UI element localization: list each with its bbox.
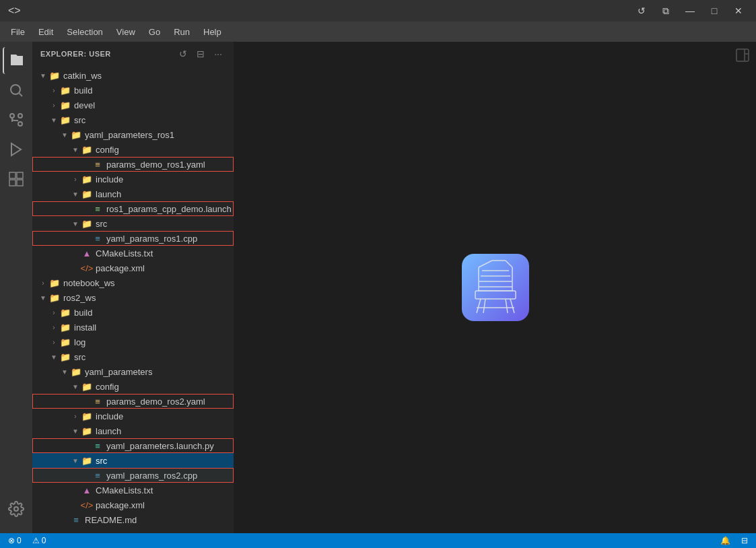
sidebar-title: EXPLORER: USER — [40, 50, 111, 58]
maximize-button[interactable]: □ — [705, 3, 724, 18]
tree-item-yamlros1[interactable]: ▼ 📁 yaml_parameters_ros1 — [32, 127, 234, 142]
label-log: log — [74, 337, 234, 347]
menu-selection[interactable]: Selection — [61, 24, 108, 40]
tree-item-build-ros2[interactable]: › 📁 build — [32, 305, 234, 320]
source-control-icon[interactable] — [3, 106, 30, 133]
tree-item-src1[interactable]: ▼ 📁 src — [32, 112, 234, 127]
tree-item-notebookws[interactable]: › 📁 notebook_ws — [32, 275, 234, 290]
tree-item-src-ros2[interactable]: ▼ 📁 src — [32, 349, 234, 364]
arrow-src-ros1: ▼ — [70, 218, 81, 229]
label-config1: config — [96, 145, 234, 155]
layout-button[interactable]: ⊟ — [738, 536, 751, 545]
menu-run[interactable]: Run — [168, 24, 195, 40]
tree-item-build1[interactable]: › 📁 build — [32, 83, 234, 98]
folder-icon-log: 📁 — [59, 336, 71, 348]
tree-item-log[interactable]: › 📁 log — [32, 335, 234, 349]
menu-go[interactable]: Go — [143, 24, 166, 40]
search-icon[interactable] — [3, 77, 30, 104]
svg-rect-9 — [17, 172, 23, 178]
tree-item-src-ros2-pkg[interactable]: ▼ 📁 src — [32, 453, 234, 468]
label-src-ros2: src — [74, 352, 234, 362]
tree-item-config1[interactable]: ▼ 📁 config — [32, 142, 234, 157]
arrow-build-ros2: › — [48, 307, 59, 318]
folder-icon-build1: 📁 — [59, 84, 71, 96]
tree-item-pkg-xml1[interactable]: › </> package.xml — [32, 261, 234, 275]
arrow-include2: › — [70, 411, 81, 421]
extensions-icon[interactable] — [3, 166, 30, 193]
status-right: 🔔 ⊟ — [718, 536, 751, 545]
svg-point-4 — [18, 122, 22, 126]
tree-item-catkinws[interactable]: ▼ 📁 catkin_ws — [32, 68, 234, 83]
menu-view[interactable]: View — [111, 24, 141, 40]
tree-item-cpp-ros2[interactable]: › ≡ yaml_params_ros2.cpp — [32, 468, 234, 483]
menu-bar: File Edit Selection View Go Run Help — [0, 22, 756, 42]
restore-button[interactable]: ⧉ — [656, 3, 675, 18]
arrow-launch1: ▼ — [70, 189, 81, 199]
sidebar-actions: ↺ ⊟ ··· — [176, 46, 226, 61]
editor-area — [234, 42, 756, 533]
warning-count[interactable]: ⚠ 0 — [30, 536, 49, 545]
arrow-src-ros2-pkg: ▼ — [70, 455, 81, 466]
tree-item-config2[interactable]: ▼ 📁 config — [32, 379, 234, 394]
folder-icon-include2: 📁 — [81, 410, 93, 422]
tree-item-cpp-ros1[interactable]: › ≡ yaml_params_ros1.cpp — [32, 231, 234, 246]
tree-item-cmake2[interactable]: › ▲ CMakeLists.txt — [32, 483, 234, 498]
tree-item-pkg-xml2[interactable]: › </> package.xml — [32, 498, 234, 512]
tree-item-params-ros1-yaml[interactable]: › ≡ params_demo_ros1.yaml — [32, 157, 234, 172]
label-yamlros1: yaml_parameters_ros1 — [85, 130, 234, 140]
more-actions-button[interactable]: ··· — [211, 46, 226, 61]
tree-item-launch-py[interactable]: › ≡ yaml_parameters.launch.py — [32, 438, 234, 453]
svg-rect-0 — [12, 57, 22, 58]
label-cmake1: CMakeLists.txt — [96, 248, 234, 259]
tree-item-ros2ws[interactable]: ▼ 📁 ros2_ws — [32, 290, 234, 305]
folder-icon-src1: 📁 — [59, 114, 71, 126]
folder-icon-yamlros1: 📁 — [70, 129, 82, 141]
label-catkinws: catkin_ws — [63, 71, 234, 81]
arrow-install: › — [48, 322, 59, 333]
tree-item-devel[interactable]: › 📁 devel — [32, 98, 234, 112]
menu-file[interactable]: File — [5, 24, 30, 40]
label-src-ros2-pkg: src — [96, 456, 234, 466]
menu-edit[interactable]: Edit — [33, 24, 59, 40]
svg-point-5 — [18, 114, 22, 118]
tree-item-cmake1[interactable]: › ▲ CMakeLists.txt — [32, 246, 234, 261]
vscode-icon: <> — [8, 5, 21, 17]
error-count[interactable]: ⊗ 0 — [5, 536, 24, 545]
tree-item-params-ros2-yaml[interactable]: › ≡ params_demo_ros2.yaml — [32, 394, 234, 409]
file-icon-launch-py: ≡ — [92, 440, 104, 452]
tree-item-src-ros1[interactable]: ▼ 📁 src — [32, 216, 234, 231]
folder-icon-src-ros1: 📁 — [81, 217, 93, 230]
menu-help[interactable]: Help — [198, 24, 227, 40]
tree-item-launch-file1[interactable]: › ≡ ros1_params_cpp_demo.launch — [32, 201, 234, 216]
notifications-button[interactable]: 🔔 — [718, 536, 733, 545]
minimize-button[interactable]: — — [681, 3, 699, 18]
warning-icon: ⚠ — [32, 536, 40, 545]
panel-layout-icon[interactable] — [734, 47, 751, 67]
label-readme: README.md — [85, 515, 234, 525]
new-file-button[interactable]: ↺ — [176, 46, 191, 61]
close-button[interactable]: ✕ — [729, 3, 748, 18]
label-build1: build — [74, 85, 234, 96]
sidebar-header: EXPLORER: USER ↺ ⊟ ··· — [32, 42, 234, 65]
run-debug-icon[interactable] — [3, 136, 30, 163]
files-icon[interactable] — [3, 47, 30, 74]
label-pkg-xml1: package.xml — [96, 263, 234, 273]
tree-item-include2[interactable]: › 📁 include — [32, 409, 234, 423]
tree-item-install[interactable]: › 📁 install — [32, 320, 234, 335]
label-cpp-ros1: yaml_params_ros1.cpp — [106, 234, 234, 244]
tree-item-launch2[interactable]: ▼ 📁 launch — [32, 423, 234, 438]
label-cmake2: CMakeLists.txt — [96, 485, 234, 495]
arrow-launch2: ▼ — [70, 425, 81, 436]
tree-item-include1[interactable]: › 📁 include — [32, 172, 234, 186]
tree-item-launch1[interactable]: ▼ 📁 launch — [32, 186, 234, 201]
collapse-all-button[interactable]: ⊟ — [193, 46, 208, 61]
label-include1: include — [96, 174, 234, 184]
tree-item-readme[interactable]: › ≡ README.md — [32, 512, 234, 527]
tree-item-yaml-params[interactable]: ▼ 📁 yaml_parameters — [32, 364, 234, 379]
settings-icon[interactable] — [3, 495, 30, 522]
folder-icon-devel: 📁 — [59, 99, 71, 111]
refresh-button[interactable]: ↺ — [632, 3, 651, 18]
file-icon-pkg-xml1: </> — [81, 262, 93, 274]
status-bar: ⊗ 0 ⚠ 0 🔔 ⊟ — [0, 533, 756, 548]
title-bar-controls: ↺ ⧉ — □ ✕ — [632, 3, 748, 18]
